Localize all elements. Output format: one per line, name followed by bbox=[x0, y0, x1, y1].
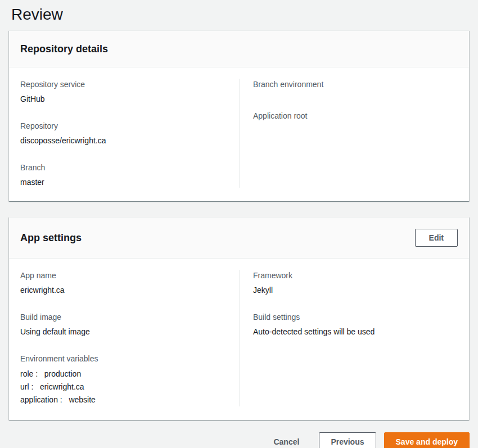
field-build-settings: Build settings Auto-detected settings wi… bbox=[253, 311, 458, 337]
field-framework: Framework Jekyll bbox=[253, 270, 458, 296]
field-repository: Repository discoposse/ericwright.ca bbox=[20, 120, 239, 146]
field-value bbox=[253, 93, 458, 94]
field-value: Using default image bbox=[20, 326, 239, 337]
field-value: master bbox=[20, 177, 239, 188]
field-label: Build settings bbox=[253, 311, 458, 323]
repository-details-header: Repository details bbox=[9, 31, 469, 67]
app-settings-column-right: Framework Jekyll Build settings Auto-det… bbox=[239, 270, 458, 406]
field-label: Repository bbox=[20, 120, 239, 132]
repository-details-column-left: Repository service GitHub Repository dis… bbox=[20, 79, 239, 188]
env-var-line: application : website bbox=[20, 393, 239, 406]
field-value: Jekyll bbox=[253, 284, 458, 296]
field-value: ericwright.ca bbox=[20, 284, 239, 296]
field-label: Build image bbox=[20, 311, 239, 323]
cancel-button[interactable]: Cancel bbox=[261, 432, 311, 448]
edit-button[interactable]: Edit bbox=[415, 229, 458, 247]
page-title: Review bbox=[0, 0, 478, 25]
save-and-deploy-button[interactable]: Save and deploy bbox=[384, 432, 470, 448]
field-environment-variables: Environment variables role : production … bbox=[20, 353, 239, 406]
footer-actions: Cancel Previous Save and deploy bbox=[9, 432, 470, 448]
app-settings-column-left: App name ericwright.ca Build image Using… bbox=[20, 270, 239, 406]
field-build-image: Build image Using default image bbox=[20, 311, 239, 337]
field-app-name: App name ericwright.ca bbox=[20, 270, 239, 296]
env-var-line: url : ericwright.ca bbox=[20, 381, 239, 393]
app-settings-title: App settings bbox=[20, 231, 82, 245]
field-label: Application root bbox=[253, 110, 458, 121]
field-label: Branch bbox=[20, 162, 239, 173]
repository-details-column-right: Branch environment Application root bbox=[239, 79, 458, 188]
previous-button[interactable]: Previous bbox=[319, 432, 376, 448]
repository-details-card: Repository details Repository service Gi… bbox=[9, 30, 469, 201]
field-branch-environment: Branch environment bbox=[253, 79, 458, 94]
field-value: discoposse/ericwright.ca bbox=[20, 135, 239, 146]
env-var-line: role : production bbox=[20, 368, 239, 381]
app-settings-card: App settings Edit App name ericwright.ca… bbox=[9, 217, 469, 420]
field-value: Auto-detected settings will be used bbox=[253, 326, 458, 337]
field-label: App name bbox=[20, 270, 239, 281]
field-repository-service: Repository service GitHub bbox=[20, 79, 239, 105]
field-application-root: Application root bbox=[253, 110, 458, 126]
field-value: GitHub bbox=[20, 93, 239, 105]
field-label: Framework bbox=[253, 270, 458, 281]
app-settings-header: App settings Edit bbox=[9, 218, 469, 259]
repository-details-body: Repository service GitHub Repository dis… bbox=[9, 67, 469, 201]
field-branch: Branch master bbox=[20, 162, 239, 188]
field-label: Branch environment bbox=[253, 79, 458, 90]
repository-details-title: Repository details bbox=[20, 42, 108, 56]
field-label: Repository service bbox=[20, 79, 239, 90]
field-value bbox=[253, 125, 458, 126]
app-settings-body: App name ericwright.ca Build image Using… bbox=[9, 259, 469, 420]
field-label: Environment variables bbox=[20, 353, 239, 364]
